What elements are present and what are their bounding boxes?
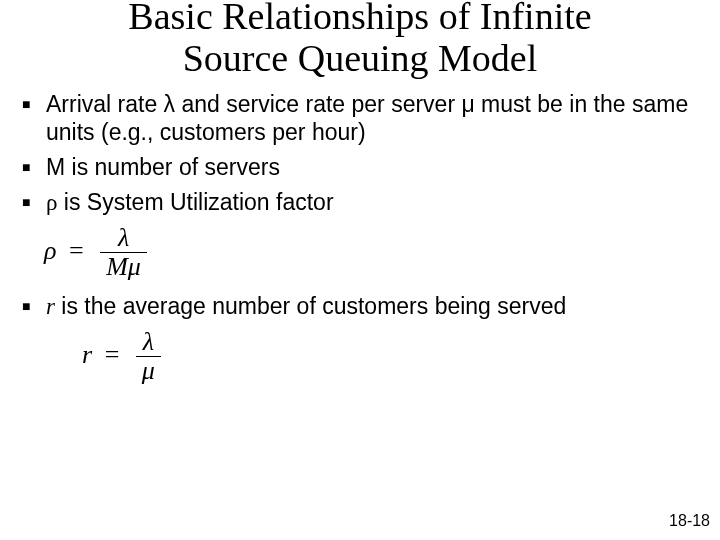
- equals-sign: =: [63, 236, 90, 265]
- rho-lhs: ρ: [44, 236, 56, 265]
- bullet-item: ■ M is number of servers: [22, 153, 698, 182]
- equals-sign: =: [99, 340, 126, 369]
- bullet-item: ■ Arrival rate λ and service rate per se…: [22, 90, 698, 148]
- bullet-text: r is the average number of customers bei…: [46, 292, 698, 322]
- bullet-marker-icon: ■: [22, 90, 46, 118]
- r-lhs: r: [82, 340, 92, 369]
- bullet-text-rest: is System Utilization factor: [57, 189, 333, 215]
- rho-symbol: ρ: [46, 190, 57, 215]
- bullet-marker-icon: ■: [22, 188, 46, 216]
- formula-r: r = λ μ: [82, 328, 698, 386]
- bullet-item: ■ ρ is System Utilization factor: [22, 188, 698, 218]
- bullet-text: ρ is System Utilization factor: [46, 188, 698, 218]
- slide: Basic Relationships of Infinite Source Q…: [0, 0, 720, 536]
- bullet-text-rest: is the average number of customers being…: [55, 293, 566, 319]
- bullet-marker-icon: ■: [22, 153, 46, 181]
- fraction-numerator: λ: [136, 328, 161, 358]
- bullet-marker-icon: ■: [22, 292, 46, 320]
- fraction-denominator: μ: [136, 357, 161, 386]
- slide-title: Basic Relationships of Infinite Source Q…: [0, 0, 720, 80]
- title-line-1: Basic Relationships of Infinite: [128, 0, 591, 37]
- title-line-2: Source Queuing Model: [183, 37, 538, 79]
- bullet-text: M is number of servers: [46, 153, 698, 182]
- fraction-numerator: λ: [100, 224, 147, 254]
- page-number: 18-18: [669, 512, 710, 530]
- bullet-text: Arrival rate λ and service rate per serv…: [46, 90, 698, 148]
- slide-body: ■ Arrival rate λ and service rate per se…: [0, 80, 720, 386]
- fraction: λ μ: [136, 328, 161, 386]
- fraction: λ Mμ: [100, 224, 147, 282]
- bullet-item: ■ r is the average number of customers b…: [22, 292, 698, 322]
- fraction-denominator: Mμ: [100, 253, 147, 282]
- r-symbol: r: [46, 294, 55, 319]
- formula-rho: ρ = λ Mμ: [44, 224, 698, 282]
